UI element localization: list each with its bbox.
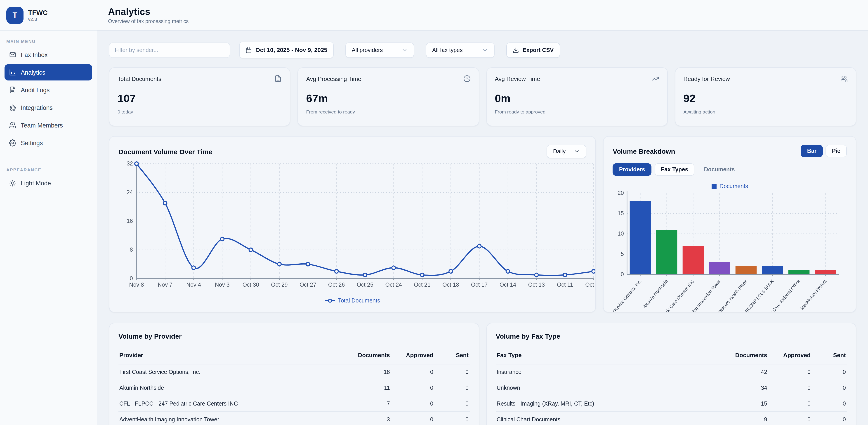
tables-row: Volume by Provider ProviderDocumentsAppr…: [109, 323, 856, 425]
svg-text:15: 15: [618, 210, 624, 216]
table-row[interactable]: Unknown3400: [496, 380, 847, 396]
table-row[interactable]: CFL - FLPCC - 247 Pediatric Care Centers…: [119, 396, 469, 412]
svg-text:Oct 26: Oct 26: [328, 281, 345, 288]
stat-card-ready-for-review: Ready for Review 92 Awaiting action: [675, 67, 857, 126]
bar-series-swatch-icon: [711, 184, 716, 189]
table-cell: Clinical Chart Documents: [496, 412, 725, 425]
svg-text:Oct 29: Oct 29: [271, 281, 288, 288]
breakdown-tabs: ProvidersFax TypesDocuments: [613, 163, 847, 176]
svg-text:Oct 13: Oct 13: [528, 281, 545, 288]
table-cell: 34: [725, 380, 768, 396]
table-cell: 0: [391, 412, 434, 425]
table-row[interactable]: First Coast Service Options, Inc.1800: [119, 364, 469, 380]
svg-text:Oct 27: Oct 27: [300, 281, 316, 288]
svg-text:10: 10: [618, 230, 624, 237]
svg-text:Oct 25: Oct 25: [357, 281, 373, 288]
date-range-button[interactable]: Oct 10, 2025 - Nov 9, 2025: [239, 41, 334, 58]
sidebar-item-fax-inbox[interactable]: Fax Inbox: [4, 47, 92, 63]
volume-by-fax-type-card: Volume by Fax Type Fax TypeDocumentsAppr…: [486, 323, 856, 425]
page-subtitle: Overview of fax processing metrics: [108, 19, 857, 24]
trending-up-icon: [652, 75, 659, 82]
tab-documents[interactable]: Documents: [698, 163, 741, 176]
sender-filter-input[interactable]: [109, 42, 230, 58]
table-cell: Results - Imaging (XRay, MRI, CT, Etc): [496, 396, 725, 412]
provider-table: ProviderDocumentsApprovedSent First Coas…: [119, 352, 469, 425]
bar-chart-icon: [9, 69, 16, 76]
column-header: Provider: [119, 352, 347, 364]
sidebar-item-team-members[interactable]: Team Members: [4, 117, 92, 133]
table-cell: 9: [725, 412, 768, 425]
gear-icon: [9, 139, 16, 147]
svg-text:16: 16: [127, 218, 133, 224]
table-cell: Insurance: [496, 364, 725, 380]
table-row[interactable]: AdventHealth Imaging Innovation Tower300: [119, 412, 469, 425]
table-cell: 11: [347, 380, 391, 396]
chevron-down-icon: [401, 47, 408, 53]
line-legend-label: Total Documents: [338, 298, 380, 304]
document-icon: [275, 75, 282, 82]
export-csv-label: Export CSV: [523, 47, 554, 53]
svg-text:…oast Service Options, Inc.: …oast Service Options, Inc.: [603, 278, 643, 312]
svg-text:32: 32: [127, 160, 133, 166]
svg-text:Oct 24: Oct 24: [385, 281, 402, 288]
file-text-icon: [9, 86, 16, 94]
table-cell: 0: [811, 380, 847, 396]
table-cell: 0: [434, 396, 469, 412]
svg-text:20: 20: [618, 190, 624, 196]
column-header: Documents: [725, 352, 768, 364]
provider-table-title: Volume by Provider: [119, 332, 469, 340]
volume-over-time-card: Document Volume Over Time Daily 08162432…: [109, 136, 596, 312]
chevron-down-icon: [482, 47, 488, 53]
table-cell: First Coast Service Options, Inc.: [119, 364, 347, 380]
export-csv-button[interactable]: Export CSV: [506, 42, 560, 58]
bar-chart-legend: Documents: [613, 183, 847, 189]
breakdown-title: Volume Breakdown: [613, 147, 675, 155]
table-cell: 18: [347, 364, 391, 380]
line-chart-legend: Total Documents: [119, 298, 587, 304]
table-row[interactable]: Clinical Chart Documents900: [496, 412, 847, 425]
tab-fax-types[interactable]: Fax Types: [655, 163, 694, 176]
table-row[interactable]: Akumin Northside1100: [119, 380, 469, 396]
provider-filter-value: All providers: [352, 47, 383, 53]
sidebar-item-analytics[interactable]: Analytics: [4, 64, 92, 81]
svg-text:0: 0: [621, 271, 624, 277]
toggle-bar[interactable]: Bar: [801, 145, 823, 157]
svg-text:Oct 18: Oct 18: [442, 281, 459, 288]
sidebar-item-audit-logs[interactable]: Audit Logs: [4, 82, 92, 98]
table-cell: 0: [768, 364, 811, 380]
clock-icon: [463, 75, 470, 82]
page-header: Analytics Overview of fax processing met…: [97, 0, 868, 31]
svg-text:Nov 7: Nov 7: [158, 281, 173, 288]
svg-text:Nov 3: Nov 3: [215, 281, 229, 288]
bar-legend-label: Documents: [719, 183, 748, 189]
table-cell: 0: [768, 380, 811, 396]
page-title: Analytics: [108, 6, 857, 17]
fax-type-filter-select[interactable]: All fax types: [426, 42, 495, 58]
table-row[interactable]: Results - Imaging (XRay, MRI, CT, Etc)15…: [496, 396, 847, 412]
svg-text:Nov 8: Nov 8: [129, 281, 144, 288]
provider-filter-select[interactable]: All providers: [345, 42, 414, 58]
stat-label: Total Documents: [118, 75, 161, 82]
tab-providers[interactable]: Providers: [613, 163, 651, 176]
table-cell: 3: [347, 412, 391, 425]
svg-text:Oct 10: Oct 10: [585, 281, 596, 288]
sidebar-item-label: Settings: [21, 140, 43, 146]
stat-subtext: Awaiting action: [684, 109, 848, 114]
interval-select[interactable]: Daily: [547, 145, 587, 158]
volume-by-provider-card: Volume by Provider ProviderDocumentsAppr…: [109, 323, 479, 425]
svg-text:0: 0: [130, 275, 133, 281]
theme-toggle[interactable]: Light Mode: [4, 175, 92, 191]
download-icon: [513, 47, 519, 53]
sidebar-item-label: Audit Logs: [21, 87, 50, 93]
svg-text:24: 24: [127, 189, 133, 195]
svg-text:Oct 21: Oct 21: [414, 281, 431, 288]
toggle-pie[interactable]: Pie: [826, 145, 847, 157]
sidebar-item-integrations[interactable]: Integrations: [4, 99, 92, 116]
column-header: Documents: [347, 352, 391, 364]
sidebar-item-settings[interactable]: Settings: [4, 135, 92, 151]
table-cell: 0: [391, 396, 434, 412]
interval-value: Daily: [553, 148, 566, 155]
table-cell: 0: [811, 412, 847, 425]
table-cell: 0: [768, 412, 811, 425]
table-row[interactable]: Insurance4200: [496, 364, 847, 380]
